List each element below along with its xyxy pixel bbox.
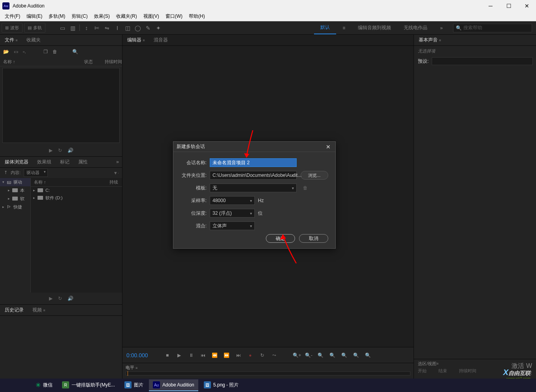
tab-favorites[interactable]: 收藏夹 — [25, 35, 42, 45]
search-help-input[interactable]: 🔍 搜索帮助 — [453, 24, 532, 32]
multitrack-tab[interactable]: ▤多轨 — [24, 23, 45, 33]
minimize-button[interactable]: ─ — [481, 0, 500, 12]
open-file-icon[interactable]: 📂 — [3, 49, 9, 54]
files-list[interactable] — [2, 68, 120, 143]
workspace-more[interactable]: » — [434, 21, 449, 34]
tab-files[interactable]: 文件 ≡ — [3, 35, 19, 45]
delete-template-icon[interactable]: 🗑 — [303, 185, 308, 191]
browse-button[interactable]: 浏览... — [301, 171, 328, 180]
maximize-button[interactable]: ☐ — [500, 0, 518, 12]
loop-icon[interactable]: ↻ — [58, 148, 62, 153]
col-name[interactable]: 名称 ↑ — [3, 59, 15, 65]
stop-button[interactable]: ■ — [163, 351, 172, 360]
menu-favorites[interactable]: 收藏夹(R) — [113, 12, 140, 21]
tab-mixer[interactable]: 混音器 — [152, 35, 169, 45]
menu-multitrack[interactable]: 多轨(M) — [45, 12, 68, 21]
workspace-default[interactable]: 默认 — [314, 21, 336, 34]
media-auto-icon[interactable]: 🔊 — [68, 296, 73, 301]
menu-edit[interactable]: 编辑(E) — [23, 12, 45, 21]
play-icon[interactable]: ▶ — [49, 148, 53, 153]
content-drive-d[interactable]: ▸软件 (D:) — [31, 194, 122, 202]
pause-button[interactable]: ⏸ — [187, 351, 196, 360]
zoom-full-icon[interactable]: 🔍 — [316, 351, 325, 360]
tree-drive-c[interactable]: ▸本 — [0, 186, 30, 195]
search-files-icon[interactable]: 🔍 — [72, 49, 78, 54]
tab-video[interactable]: 视频 ≡ — [31, 305, 47, 315]
samplerate-dropdown[interactable]: 48000 — [210, 196, 255, 205]
hud-icon[interactable]: ▭ — [59, 24, 66, 32]
cancel-button[interactable]: 取消 — [299, 234, 328, 243]
menu-file[interactable]: 文件(F) — [2, 12, 23, 21]
slip-tool-icon[interactable]: ⇋ — [103, 24, 111, 32]
selview-title[interactable]: 选区/视图 — [418, 361, 436, 367]
zoom-in-icon[interactable]: 🔍+ — [293, 351, 301, 360]
loop-button[interactable]: ↻ — [258, 351, 267, 360]
preset-dropdown[interactable] — [432, 57, 533, 65]
file-more-icon[interactable]: ▫. — [23, 49, 26, 54]
play-button[interactable]: ▶ — [175, 351, 184, 360]
taskbar-audition[interactable]: Au Adobe Audition — [149, 379, 198, 391]
auto-play-icon[interactable]: 🔊 — [68, 148, 73, 153]
timecode[interactable]: 0:00.000 — [126, 352, 148, 358]
folder-dropdown[interactable]: C:\Users\admin\Documents\Adobe\Audit... — [210, 171, 297, 180]
taskbar-pictures[interactable]: 🖼 图片 — [120, 379, 147, 391]
spot-heal-icon[interactable]: ✦ — [155, 24, 162, 32]
menu-effects[interactable]: 效果(S) — [91, 12, 113, 21]
media-play-icon[interactable]: ▶ — [49, 296, 53, 301]
menu-view[interactable]: 视图(V) — [140, 12, 162, 21]
tab-essential-sound[interactable]: 基本声音 ≡ — [417, 35, 443, 45]
tab-editor[interactable]: 编辑器 ≡ — [126, 35, 147, 45]
content-drive-c[interactable]: ▸C: — [31, 187, 122, 194]
dialog-titlebar[interactable]: 新建多轨会话 ✕ — [173, 142, 335, 152]
menu-clip[interactable]: 剪辑(C) — [68, 12, 91, 21]
forward-button[interactable]: ⏩ — [222, 351, 231, 360]
zoom-reset-icon[interactable]: 🔍 — [364, 351, 372, 360]
taskbar-photo[interactable]: 🖼 5.png - 照片 — [200, 379, 243, 391]
taskbar-wechat[interactable]: ✳ 微信 — [32, 379, 56, 391]
filter-icon[interactable]: ▼· — [113, 171, 119, 175]
tab-media-browser[interactable]: 媒体浏览器 — [3, 157, 30, 167]
ok-button[interactable]: 确定 — [266, 234, 295, 243]
zoom-out-icon[interactable]: 🔍- — [305, 351, 313, 360]
move-tool-icon[interactable]: ↕ — [83, 24, 90, 32]
tab-markers[interactable]: 标记 — [58, 157, 71, 167]
bitdepth-dropdown[interactable]: 32 (浮点) — [210, 209, 255, 218]
lasso-icon[interactable]: ◯ — [134, 24, 141, 32]
zoom-sel-icon[interactable]: 🔍 — [328, 351, 337, 360]
tree-shortcuts[interactable]: ▸🏳快捷 — [0, 203, 30, 211]
spectral-icon[interactable]: ▥ — [69, 24, 76, 32]
level-label[interactable]: 电平 ≡ — [126, 365, 410, 371]
taskbar-typeset[interactable]: R 一键排版助手(MyE... — [58, 379, 119, 391]
razor-tool-icon[interactable]: ✄ — [93, 24, 100, 32]
rewind-button[interactable]: ⏪ — [211, 351, 219, 360]
tab-history[interactable]: 历史记录 — [3, 305, 25, 315]
next-button[interactable]: ⏭ — [234, 351, 243, 360]
skip-button[interactable]: ⤳ — [270, 351, 278, 360]
new-file-icon[interactable]: ▭ — [14, 49, 18, 54]
brush-icon[interactable]: ✎ — [145, 24, 152, 32]
media-more[interactable]: » — [116, 159, 119, 165]
tree-drives[interactable]: ▾🖴驱动 — [0, 178, 30, 186]
session-name-input[interactable] — [210, 158, 297, 167]
tab-properties[interactable]: 属性 — [77, 157, 89, 167]
media-loop-icon[interactable]: ↻ — [58, 296, 62, 301]
tree-drive-d[interactable]: ▸软 — [0, 195, 30, 203]
delete-icon[interactable]: 🗑 — [53, 49, 57, 54]
time-select-icon[interactable]: Ⅰ — [114, 24, 121, 32]
marquee-icon[interactable]: ◫ — [124, 24, 131, 32]
waveform-tab[interactable]: ⊞波形 — [2, 23, 23, 33]
prev-button[interactable]: ⏮ — [199, 351, 207, 360]
media-col-name[interactable]: 名称 ↑ — [34, 179, 46, 185]
col-status[interactable]: 状态 — [84, 59, 93, 65]
insert-icon[interactable]: ❐ — [43, 49, 48, 54]
close-button[interactable]: ✕ — [518, 0, 536, 12]
col-duration[interactable]: 持续时间 — [105, 59, 122, 65]
record-button[interactable]: ● — [246, 351, 255, 360]
content-dropdown[interactable]: 驱动器 ▾ — [24, 169, 48, 177]
media-col-duration[interactable]: 持续 — [109, 179, 118, 185]
workspace-radio[interactable]: 无线电作品 — [397, 21, 434, 34]
dialog-close-button[interactable]: ✕ — [324, 144, 332, 150]
menu-window[interactable]: 窗口(W) — [162, 12, 186, 21]
zoom-out-v-icon[interactable]: 🔍 — [352, 351, 361, 360]
tab-effects-rack[interactable]: 效果组 — [36, 157, 53, 167]
